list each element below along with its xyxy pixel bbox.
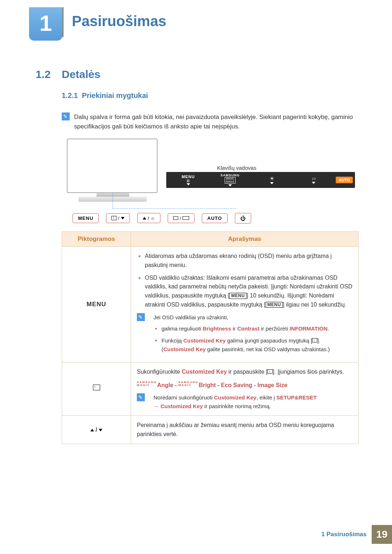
front-button-source: /	[168, 213, 195, 223]
monitor-screen-icon	[67, 139, 158, 193]
footer-text: 1 Pasiruošimas	[321, 531, 367, 538]
table-row: Sukonfigūruokite Customized Key ir paspa…	[62, 362, 359, 415]
chapter-title: Pasiruošimas	[72, 13, 166, 29]
monitor-stand-icon	[97, 193, 129, 197]
buttons-table: Piktogramos Aprašymas MENU Atidaromas ar…	[62, 231, 359, 444]
footer-page-number: 19	[372, 525, 392, 544]
front-buttons-row: MENU / / / AUTO	[73, 211, 359, 225]
front-button-up-bright: /	[137, 213, 160, 223]
bullet-osd-lock: OSD valdiklio užraktas: Išlaikomi esami …	[137, 274, 352, 309]
note-setup: Norėdami sukonfigūruoti Customized Key, …	[137, 393, 352, 410]
kg-auto: AUTO	[336, 178, 353, 182]
table-row: / Pereinama į aukščiau ar žemiau esantį …	[62, 415, 359, 444]
kg-brightness: ☀	[252, 176, 292, 184]
front-button-power	[235, 213, 251, 223]
cell-desc-custom: Sukonfigūruokite Customized Key ir paspa…	[131, 362, 359, 415]
kg-menu: MENU ▥	[168, 175, 208, 185]
table-row: MENU Atidaromas arba uždaromas ekrano ro…	[62, 247, 359, 362]
section-title: Detalės	[62, 68, 101, 81]
note-icon	[62, 112, 70, 120]
kg-magic: SAMSUNG MAGICANGLE	[210, 173, 250, 187]
intro-note-text: Dalių spalva ir forma gali būti kitokia,…	[74, 112, 359, 131]
cell-icon-custom	[62, 362, 131, 415]
front-button-custom-down: /	[106, 213, 130, 223]
sub-custom-key: Funkciją Customized Key galima įjungti p…	[154, 336, 352, 353]
sub-brightness: galima reguliuoti Brightness ir Contrast…	[154, 324, 352, 333]
cell-icon-nav: /	[62, 415, 131, 444]
th-icons: Piktogramos	[62, 232, 131, 247]
th-description: Aprašymas	[131, 232, 359, 247]
cell-icon-menu: MENU	[62, 247, 131, 362]
bullet-open-close: Atidaromas arba uždaromas ekrano rodinių…	[137, 252, 352, 270]
front-button-auto: AUTO	[202, 213, 228, 223]
page-footer: 1 Pasiruošimas 19	[321, 525, 392, 544]
key-guide-label: Klavišų vadovas	[217, 165, 256, 171]
subsection-heading: 1.2.1 Priekiniai mygtukai	[62, 91, 148, 100]
note-icon	[137, 393, 145, 401]
custom-options: SAMSUNGMAGICAngle - SAMSUNGMAGICBright -…	[137, 381, 352, 390]
note-icon	[137, 313, 145, 321]
section-number: 1.2	[36, 68, 51, 81]
intro-note: Dalių spalva ir forma gali būti kitokia,…	[62, 112, 359, 131]
cell-desc-menu: Atidaromas arba uždaromas ekrano rodinių…	[131, 247, 359, 362]
kg-source: ▭	[294, 176, 334, 184]
callout-line-icon	[113, 193, 113, 208]
cell-desc-nav: Pereinama į aukščiau ar žemiau esantį me…	[131, 415, 359, 444]
monitor-illustration: Klavišų vadovas MENU ▥ SAMSUNG MAGICANGL…	[61, 136, 359, 220]
key-guide-bar: MENU ▥ SAMSUNG MAGICANGLE ☀ ▭ AUTO	[166, 172, 355, 188]
note-locked: Jei OSD valdikliai yra užrakinti, galima…	[137, 313, 352, 357]
chapter-number-tab: 1	[29, 7, 62, 41]
front-button-menu: MENU	[73, 213, 99, 223]
callout-line-h-icon	[113, 208, 236, 209]
note-intro: Jei OSD valdikliai yra užrakinti,	[154, 313, 352, 321]
